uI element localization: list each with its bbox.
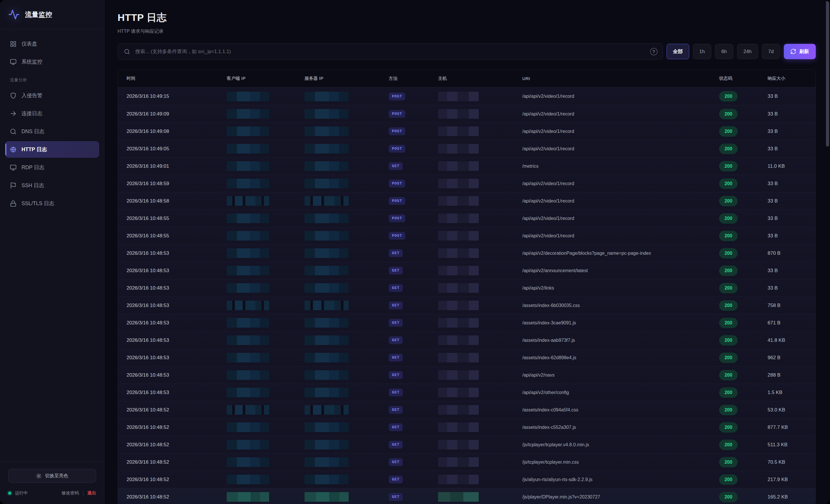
server-ip-redacted — [305, 353, 349, 362]
time-filter-24h[interactable]: 24h — [737, 44, 758, 59]
sidebar-item-intrusion-alerts[interactable]: 入侵告警 — [5, 87, 99, 104]
client-ip-redacted — [227, 248, 269, 258]
table-row[interactable]: 2026/3/16 10:48:53 GET /api/api/v2/annou… — [118, 262, 816, 279]
server-ip-redacted — [305, 196, 349, 206]
table-row[interactable]: 2026/3/16 10:48:53 GET /api/api/v2/other… — [118, 383, 816, 401]
sun-icon — [36, 473, 41, 479]
time-filter-all[interactable]: 全部 — [667, 44, 689, 59]
method-badge: GET — [389, 371, 403, 379]
table-row[interactable]: 2026/3/16 10:48:53 GET /assets/index-aab… — [118, 331, 816, 349]
cell-uri: /assets/index-6b030035.css — [522, 303, 719, 308]
vertical-scrollbar-thumb[interactable] — [826, 1, 829, 146]
cell-time: 2026/3/16 10:48:53 — [127, 372, 227, 378]
host-redacted — [438, 423, 479, 432]
change-password-link[interactable]: 修改密码 — [62, 490, 79, 496]
server-ip-redacted — [305, 457, 349, 467]
method-badge: GET — [389, 476, 403, 483]
table-row[interactable]: 2026/3/16 10:49:05 POST /api/api/v2/vide… — [118, 140, 816, 157]
cell-uri: /api/api/v2/video/1/record — [522, 146, 719, 152]
cell-time: 2026/3/16 10:48:53 — [127, 250, 227, 256]
search-input[interactable] — [118, 43, 663, 60]
table-row[interactable]: 2026/3/16 10:48:53 GET /api/api/v2/navs … — [118, 366, 816, 383]
sidebar-item-connection-logs[interactable]: 连接日志 — [5, 105, 99, 122]
table-header-row: 时间 客户端 IP 服务器 IP 方法 主机 URI 状态码 响应大小 — [118, 70, 816, 88]
sidebar-nav: 仪表盘 系统监控 流量分析 入侵告警 连接日志 DNS 日志 HTTP 日 — [0, 29, 104, 213]
server-ip-redacted — [305, 440, 349, 449]
table-row[interactable]: 2026/3/16 10:48:53 GET /api/api/v2/links… — [118, 279, 816, 297]
table-row[interactable]: 2026/3/16 10:49:15 POST /api/api/v2/vide… — [118, 88, 816, 105]
status-badge: 200 — [719, 248, 738, 259]
refresh-icon — [791, 49, 796, 54]
refresh-button[interactable]: 刷新 — [784, 44, 816, 59]
client-ip-redacted — [227, 388, 269, 397]
cell-uri: /api/api/v2/navs — [522, 373, 719, 378]
host-redacted — [438, 144, 479, 154]
sidebar-item-dashboard[interactable]: 仪表盘 — [5, 36, 99, 52]
globe-icon — [10, 146, 17, 153]
status-badge: 200 — [719, 196, 738, 206]
table-row[interactable]: 2026/3/16 10:48:53 GET /assets/index-62d… — [118, 349, 816, 366]
table-row[interactable]: 2026/3/16 10:49:08 POST /api/api/v2/vide… — [118, 123, 816, 140]
client-ip-redacted — [227, 301, 269, 310]
sidebar-item-system-monitor[interactable]: 系统监控 — [5, 54, 99, 70]
cell-time: 2026/3/16 10:48:52 — [127, 442, 227, 448]
sidebar-item-ssh-logs[interactable]: SSH 日志 — [5, 177, 99, 194]
status-badge: 200 — [719, 213, 738, 224]
cell-uri: /assets/index-62d898e4.js — [522, 355, 719, 360]
method-badge: GET — [389, 354, 403, 362]
table-row[interactable]: 2026/3/16 10:48:55 POST /api/api/v2/vide… — [118, 209, 816, 227]
host-redacted — [438, 405, 479, 415]
table-row[interactable]: 2026/3/16 10:49:09 POST /api/api/v2/vide… — [118, 105, 816, 123]
method-badge: POST — [389, 127, 405, 135]
cell-size: 41.8 KB — [768, 337, 816, 343]
table-row[interactable]: 2026/3/16 10:48:52 GET /js/tcplayer/tcpl… — [118, 436, 816, 453]
table-row[interactable]: 2026/3/16 10:48:52 GET /js/player/DPlaye… — [118, 488, 816, 504]
status-badge: 200 — [719, 161, 738, 171]
time-filter-7d[interactable]: 7d — [762, 44, 780, 59]
sidebar-item-http-logs[interactable]: HTTP 日志 — [5, 141, 99, 158]
table-row[interactable]: 2026/3/16 10:48:55 POST /api/api/v2/vide… — [118, 227, 816, 244]
sidebar-item-label: 系统监控 — [22, 58, 42, 65]
theme-toggle-label: 切换至亮色 — [45, 473, 68, 479]
table-row[interactable]: 2026/3/16 10:48:53 GET /assets/index-3ca… — [118, 314, 816, 331]
table-row[interactable]: 2026/3/16 10:48:53 GET /api/api/v2/decor… — [118, 244, 816, 262]
status-badge: 200 — [719, 318, 738, 328]
table-row[interactable]: 2026/3/16 10:48:59 POST /api/api/v2/vide… — [118, 175, 816, 192]
cell-size: 33 B — [768, 215, 816, 222]
time-filter-1h[interactable]: 1h — [693, 44, 711, 59]
client-ip-redacted — [227, 440, 269, 449]
table-row[interactable]: 2026/3/16 10:48:52 GET /assets/index-c09… — [118, 401, 816, 418]
cell-time: 2026/3/16 10:49:08 — [127, 129, 227, 134]
table-row[interactable]: 2026/3/16 10:48:52 GET /js/aliyun-rts/al… — [118, 471, 816, 488]
cell-time: 2026/3/16 10:48:53 — [127, 337, 227, 343]
time-filter-6h[interactable]: 6h — [715, 44, 733, 59]
cell-size: 70.5 KB — [768, 459, 816, 465]
host-redacted — [438, 475, 479, 484]
sidebar-item-rdp-logs[interactable]: RDP 日志 — [5, 159, 99, 175]
table-row[interactable]: 2026/3/16 10:48:52 GET /assets/index-c55… — [118, 418, 816, 436]
method-badge: GET — [389, 267, 403, 274]
cell-time: 2026/3/16 10:49:15 — [127, 94, 227, 99]
table-row[interactable]: 2026/3/16 10:48:52 GET /js/tcplayer/tcpl… — [118, 453, 816, 471]
host-redacted — [438, 283, 479, 293]
method-badge: GET — [389, 336, 403, 344]
help-icon[interactable]: ? — [650, 48, 658, 56]
sidebar-status-row: 运行中 修改密码 退出 — [8, 490, 96, 496]
method-badge: POST — [389, 145, 405, 153]
table-row[interactable]: 2026/3/16 10:49:01 GET /metrics 200 11.0… — [118, 157, 816, 175]
table-row[interactable]: 2026/3/16 10:48:53 GET /assets/index-6b0… — [118, 297, 816, 314]
arrow-right-icon — [10, 110, 17, 117]
server-ip-redacted — [305, 127, 349, 136]
dashboard-grid-icon — [10, 41, 17, 47]
theme-toggle-button[interactable]: 切换至亮色 — [8, 469, 96, 483]
sidebar-item-ssl-tls-logs[interactable]: SSL/TLS 日志 — [5, 195, 99, 211]
cell-time: 2026/3/16 10:48:52 — [127, 477, 227, 482]
refresh-label: 刷新 — [799, 48, 809, 55]
logout-link[interactable]: 退出 — [87, 490, 96, 496]
server-ip-redacted — [305, 109, 349, 119]
table-row[interactable]: 2026/3/16 10:48:58 POST /api/api/v2/vide… — [118, 192, 816, 209]
cell-uri: /api/api/v2/decorationPage/blocks?page_n… — [522, 251, 719, 256]
cell-uri: /api/api/v2/video/1/record — [522, 198, 719, 204]
cell-size: 1.5 KB — [768, 390, 816, 396]
sidebar-item-dns-logs[interactable]: DNS 日志 — [5, 123, 99, 140]
